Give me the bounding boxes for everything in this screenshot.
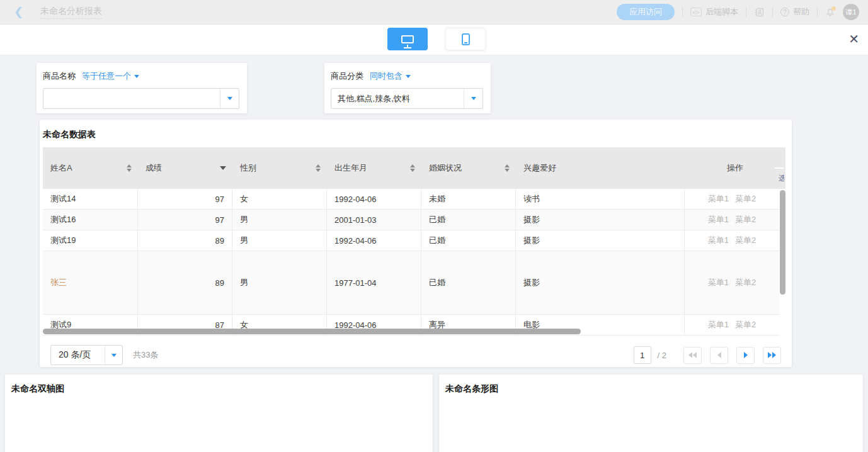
next-page-icon	[744, 352, 748, 358]
column-label: 操作	[727, 162, 743, 174]
table-pagination: 20 条/页 共33条 / 2	[43, 336, 789, 375]
column-header-birth[interactable]: 出生年月	[327, 147, 421, 189]
cell-name-link[interactable]: 张三	[50, 277, 67, 288]
last-page-icon	[768, 352, 776, 358]
mobile-view-button[interactable]	[445, 28, 486, 50]
cell-actions: 菜单1 菜单2	[685, 189, 779, 209]
cell-birth: 1992-04-06	[327, 189, 421, 209]
app-access-button[interactable]: 应用访问	[617, 4, 675, 20]
table-row[interactable]: 张三 89 男 1977-01-04 已婚 摄影 菜单1 菜单2	[43, 251, 779, 315]
page-number-input[interactable]	[634, 346, 651, 364]
filter-value-select[interactable]: 其他,糕点,辣条,饮料	[331, 88, 483, 109]
menu2-link[interactable]: 菜单2	[735, 193, 756, 205]
device-toggle	[387, 28, 486, 50]
cell-marital: 已婚	[421, 230, 516, 251]
horizontal-scrollbar[interactable]	[43, 329, 581, 334]
notification-bell-icon[interactable]	[825, 7, 835, 17]
filter-condition-label: 等于任意一个	[82, 71, 131, 82]
cell-hobby: 摄影	[516, 210, 685, 230]
menu1-link[interactable]: 菜单1	[708, 235, 729, 246]
table-body: 测试14 97 女 1992-04-06 未婚 读书 菜单1 菜单2 测试16 …	[43, 189, 785, 336]
cell-actions: 菜单1 菜单2	[685, 315, 779, 335]
chevron-down-icon	[111, 354, 117, 357]
chevron-down-icon	[406, 75, 411, 78]
column-header-score[interactable]: 成绩	[138, 147, 232, 189]
filter-value	[43, 89, 220, 108]
chevron-down-icon	[471, 97, 476, 100]
filter-value: 其他,糕点,辣条,饮料	[331, 89, 464, 108]
data-table-card: 未命名数据表 姓名A 成绩 性别 出生年月 婚姻状况 兴趣爱好 操作 选	[40, 120, 792, 367]
backend-script-button[interactable]: </> 后端脚本	[690, 6, 738, 18]
table-row[interactable]: 测试19 89 男 1992-04-06 已婚 摄影 菜单1 菜单2	[43, 230, 779, 251]
desktop-view-button[interactable]	[387, 28, 428, 50]
cell-gender: 男	[232, 251, 327, 314]
menu1-link[interactable]: 菜单1	[708, 277, 729, 288]
cell-actions: 菜单1 菜单2	[685, 230, 779, 251]
page-size-select[interactable]: 20 条/页	[50, 345, 123, 365]
column-header-name[interactable]: 姓名A	[43, 147, 138, 189]
back-icon[interactable]: ❮	[14, 5, 29, 19]
backend-script-label: 后端脚本	[705, 6, 738, 18]
desktop-icon	[401, 35, 414, 43]
filter-condition-dropdown[interactable]: 同时包含	[370, 71, 411, 82]
chart-title: 未命名条形图	[439, 375, 863, 395]
page-total-label: / 2	[658, 351, 666, 360]
cell-score: 97	[138, 189, 232, 209]
prev-page-icon	[717, 352, 721, 358]
sort-icon[interactable]	[410, 164, 415, 172]
menu2-link[interactable]: 菜单2	[735, 235, 756, 246]
menu2-link[interactable]: 菜单2	[735, 319, 756, 331]
column-header-marital[interactable]: 婚姻状况	[421, 147, 516, 189]
filter-condition-dropdown[interactable]: 等于任意一个	[82, 71, 139, 82]
cell-name: 测试19	[43, 230, 138, 251]
cell-marital: 已婚	[421, 251, 516, 314]
report-title[interactable]: 未命名分析报表	[40, 6, 102, 19]
next-page-button[interactable]	[736, 347, 755, 364]
column-header-hobby[interactable]: 兴趣爱好	[516, 147, 685, 189]
filter-value-select[interactable]	[43, 88, 239, 109]
contact-book-icon[interactable]	[754, 7, 765, 18]
cell-gender: 男	[232, 230, 327, 251]
column-label: 姓名A	[50, 162, 123, 174]
cell-name: 测试16	[43, 210, 138, 230]
cell-birth: 1992-04-06	[327, 230, 421, 251]
menu2-link[interactable]: 菜单2	[735, 214, 756, 225]
column-header-gender[interactable]: 性别	[232, 147, 327, 189]
prev-page-button[interactable]	[710, 347, 728, 364]
sort-icon[interactable]	[127, 164, 132, 172]
cell-actions: 菜单1 菜单2	[685, 210, 779, 230]
column-resize-handle[interactable]	[775, 167, 784, 169]
cell-hobby: 摄影	[516, 251, 685, 314]
sort-desc-icon[interactable]	[220, 166, 226, 170]
help-label: 帮助	[793, 6, 809, 18]
user-avatar[interactable]: 谭1	[843, 4, 859, 20]
help-button[interactable]: ? 帮助	[780, 6, 809, 18]
cell-marital: 已婚	[421, 210, 516, 230]
last-page-button[interactable]	[763, 347, 781, 364]
sort-icon[interactable]	[505, 164, 510, 172]
chevron-down-icon	[227, 97, 232, 100]
divider	[746, 7, 746, 17]
bar-chart-card: 未命名条形图	[439, 375, 863, 452]
sort-icon[interactable]	[316, 164, 321, 172]
menu2-link[interactable]: 菜单2	[735, 277, 756, 288]
filter-card-product-category: 商品分类 同时包含 其他,糕点,辣条,饮料	[324, 63, 491, 113]
column-label: 婚姻状况	[429, 162, 501, 174]
filter-label: 商品名称	[43, 71, 76, 82]
menu1-link[interactable]: 菜单1	[708, 319, 729, 331]
filter-condition-label: 同时包含	[370, 71, 403, 82]
select-caret-box[interactable]	[464, 89, 483, 108]
first-page-button[interactable]	[683, 347, 702, 364]
select-caret-box[interactable]	[105, 346, 122, 364]
top-bar: ❮ 未命名分析报表 应用访问 </> 后端脚本 ? 帮助	[0, 0, 868, 25]
close-icon[interactable]: ✕	[848, 33, 859, 45]
table-row[interactable]: 测试14 97 女 1992-04-06 未婚 读书 菜单1 菜单2	[43, 189, 779, 210]
mobile-icon	[462, 33, 470, 45]
menu1-link[interactable]: 菜单1	[708, 214, 729, 225]
select-caret-box[interactable]	[220, 89, 239, 108]
menu1-link[interactable]: 菜单1	[708, 193, 729, 205]
vertical-scrollbar[interactable]	[780, 190, 785, 295]
cell-name: 测试14	[43, 189, 138, 209]
table-row[interactable]: 测试16 97 男 2001-01-03 已婚 摄影 菜单1 菜单2	[43, 210, 779, 230]
clipped-header-text: 选	[779, 173, 784, 184]
